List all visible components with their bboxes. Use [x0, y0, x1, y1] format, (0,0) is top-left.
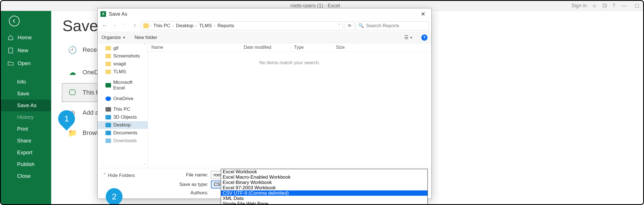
- nav-open-label: Open: [18, 60, 30, 66]
- new-icon: [8, 47, 14, 54]
- crumb-reports[interactable]: Reports: [217, 23, 236, 29]
- tree-onedrive[interactable]: OneDrive: [98, 95, 148, 103]
- type-opt-mht[interactable]: Single File Web Page: [221, 201, 427, 205]
- nav-back-button[interactable]: ←: [100, 22, 109, 30]
- col-type[interactable]: Type: [291, 45, 333, 50]
- saveas-dialog: XSave As ✕ ← → ˅ ↑ › This PC› Desktop› T…: [97, 8, 432, 199]
- dialog-toolbar: Organize▼ New folder ☰ ▼ ?: [98, 32, 431, 43]
- dialog-titlebar: XSave As ✕: [98, 8, 431, 20]
- col-size[interactable]: Size: [333, 45, 358, 50]
- tree-desktop[interactable]: Desktop: [98, 121, 148, 129]
- back-button[interactable]: [6, 13, 22, 29]
- tree-thispc[interactable]: This PC: [98, 105, 148, 113]
- crumb-thispc[interactable]: This PC: [152, 23, 171, 29]
- maximize-button[interactable]: ☐: [633, 3, 641, 9]
- organize-menu[interactable]: Organize▼: [102, 35, 126, 40]
- search-box[interactable]: 🔍: [356, 21, 429, 30]
- nav-publish[interactable]: Publish: [1, 158, 51, 170]
- backstage-sidebar: Home New Open Info Save Save As History …: [1, 11, 51, 204]
- file-list[interactable]: Name Date modified Type Size No items ma…: [148, 43, 431, 168]
- nav-new-label: New: [18, 47, 28, 54]
- refresh-button[interactable]: ⟳: [345, 21, 354, 30]
- tree-gif[interactable]: gif: [98, 44, 148, 52]
- type-opt-xlsb[interactable]: Excel Binary Workbook: [221, 180, 427, 185]
- tree-tlms[interactable]: TLMS: [98, 68, 148, 76]
- newfolder-button[interactable]: New folder: [135, 35, 157, 40]
- dialog-title: Save As: [109, 11, 127, 17]
- nav-saveas[interactable]: Save As: [1, 100, 51, 111]
- face-sad-icon[interactable]: ☹: [602, 3, 607, 9]
- empty-message: No items match your search.: [148, 52, 431, 74]
- help-icon[interactable]: ?: [612, 3, 615, 9]
- nav-up-button[interactable]: ↑: [131, 22, 139, 30]
- nav-recent-button[interactable]: ˅: [121, 22, 129, 30]
- folder-icon: 📁: [67, 128, 77, 138]
- folder-icon: [143, 23, 149, 28]
- hide-folders-button[interactable]: ˄Hide Folders: [103, 172, 135, 178]
- nav-new[interactable]: New: [1, 44, 51, 57]
- authors-label: Authors:: [113, 190, 211, 196]
- address-dropdown-icon[interactable]: ˅: [338, 23, 340, 28]
- view-button[interactable]: ☰ ▼: [405, 34, 412, 41]
- folder-tree[interactable]: gif Screenshots snagit TLMS Microsoft Ex…: [98, 43, 148, 168]
- tree-excel[interactable]: Microsoft Excel: [98, 79, 148, 92]
- nav-close[interactable]: Close: [1, 170, 51, 182]
- search-icon: 🔍: [358, 23, 364, 28]
- tree-documents[interactable]: Documents: [98, 129, 148, 137]
- type-opt-xml[interactable]: XML Data: [221, 196, 427, 201]
- saveastype-label: Save as type:: [113, 182, 211, 187]
- nav-info[interactable]: Info: [1, 76, 51, 88]
- pc-icon: 🖵: [67, 87, 77, 98]
- nav-home[interactable]: Home: [1, 31, 51, 44]
- excel-icon: X: [100, 11, 106, 17]
- col-name[interactable]: Name: [148, 45, 240, 50]
- minimize-button[interactable]: —: [620, 3, 628, 9]
- crumb-desktop[interactable]: Desktop: [175, 23, 194, 29]
- tree-downloads[interactable]: Downloads: [98, 137, 148, 145]
- home-icon: [8, 34, 14, 41]
- dialog-close-button[interactable]: ✕: [417, 10, 429, 18]
- open-icon: [8, 60, 14, 66]
- tree-snagit[interactable]: snagit: [98, 60, 148, 68]
- type-opt-xlsx[interactable]: Excel Workbook: [221, 169, 427, 174]
- signin-link[interactable]: Sign in: [572, 3, 587, 9]
- type-opt-xlsm[interactable]: Excel Macro-Enabled Workbook: [221, 174, 427, 180]
- file-list-header[interactable]: Name Date modified Type Size: [148, 43, 431, 52]
- nav-home-label: Home: [18, 34, 32, 41]
- saveastype-dropdown[interactable]: Excel Workbook Excel Macro-Enabled Workb…: [221, 169, 428, 205]
- tree-scrollbar[interactable]: ˄˅: [142, 43, 148, 168]
- nav-export[interactable]: Export: [1, 147, 51, 158]
- tree-screenshots[interactable]: Screenshots: [98, 52, 148, 60]
- face-icon[interactable]: ☺: [592, 3, 597, 9]
- nav-share[interactable]: Share: [1, 135, 51, 147]
- nav-open[interactable]: Open: [1, 57, 51, 70]
- tree-3dobjects[interactable]: 3D Objects: [98, 113, 148, 121]
- nav-save[interactable]: Save: [1, 88, 51, 100]
- type-opt-csvutf8[interactable]: CSV UTF-8 (Comma delimited): [221, 190, 427, 196]
- dialog-nav: ← → ˅ ↑ › This PC› Desktop› TLMS› Report…: [98, 20, 431, 32]
- nav-print[interactable]: Print: [1, 123, 51, 135]
- search-input[interactable]: [366, 23, 426, 29]
- crumb-tlms[interactable]: TLMS: [198, 23, 213, 29]
- help-button[interactable]: ?: [421, 34, 427, 41]
- nav-history: History: [1, 111, 51, 123]
- col-date[interactable]: Date modified: [240, 45, 291, 50]
- chevron-up-icon: ˄: [103, 172, 106, 178]
- type-opt-xls[interactable]: Excel 97-2003 Workbook: [221, 185, 427, 190]
- svg-rect-0: [9, 48, 13, 53]
- onedrive-icon: ☁: [67, 67, 77, 77]
- nav-forward-button[interactable]: →: [111, 22, 119, 30]
- app-title: roots-users (1) - Excel: [59, 3, 572, 9]
- address-bar[interactable]: › This PC› Desktop› TLMS› Reports ˅: [141, 21, 343, 30]
- clock-icon: 🕘: [67, 45, 77, 55]
